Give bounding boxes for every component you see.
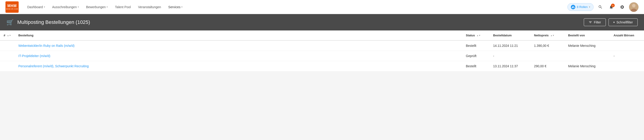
settings-button[interactable]	[618, 3, 626, 11]
nav-item-ausschreibungen[interactable]: Ausschreibungen ▾	[49, 4, 82, 11]
cell-bestellt-von	[564, 51, 610, 61]
cell-status: Bestellt	[462, 61, 490, 71]
cell-bestelldatum: -	[490, 51, 530, 61]
logo-sub: MHM-HR.COM	[6, 8, 18, 10]
order-link[interactable]: IT-Projektleiter (m/w/d)	[18, 54, 50, 58]
nav-item-dashboard[interactable]: Dashboard ▾	[24, 4, 48, 11]
nav-label-services: Services	[168, 5, 181, 9]
header-actions: Filter ▾ Schnellfilter	[584, 18, 638, 26]
table-container: # ▲▼ Bestellung Status ▲▼ Bestelldatum N	[0, 30, 644, 71]
sort-icon: ▲▼	[7, 34, 11, 36]
chevron-down-icon: ▾	[613, 21, 615, 24]
cell-bestelldatum: 14.11.2024 11:21	[490, 40, 530, 51]
avatar[interactable]	[629, 2, 638, 12]
schnellfilter-button[interactable]: ▾ Schnellfilter	[608, 18, 638, 26]
table-header-row: # ▲▼ Bestellung Status ▲▼ Bestelldatum N	[0, 30, 644, 40]
cell-status: Bestellt	[462, 40, 490, 51]
logo[interactable]: MHM MHM-HR.COM	[6, 1, 19, 13]
col-header-bestellung: Bestellung	[15, 30, 462, 40]
chevron-down-icon: ▾	[44, 6, 45, 8]
page-title: Multiposting Bestellungen (1025)	[17, 19, 580, 25]
table-row: IT-Projektleiter (m/w/d) Geprüft - -	[0, 51, 644, 61]
table-wrapper: # ▲▼ Bestellung Status ▲▼ Bestelldatum N	[0, 30, 644, 71]
cell-anzahl-boersen: -	[610, 51, 644, 61]
svg-point-3	[632, 4, 635, 7]
cell-nettopreis: 1.390,00 €	[530, 40, 564, 51]
orders-table: # ▲▼ Bestellung Status ▲▼ Bestelldatum N	[0, 30, 644, 71]
chevron-down-icon: ▾	[181, 6, 182, 8]
col-header-bestelldatum: Bestelldatum	[490, 30, 530, 40]
roles-label: 8 Rollen	[577, 5, 588, 9]
cell-anzahl-boersen	[610, 40, 644, 51]
cell-bestelldatum: 13.11.2024 11:37	[490, 61, 530, 71]
nav-links: Dashboard ▾ Ausschreibungen ▾ Bewerbunge…	[24, 4, 568, 11]
notifications-button[interactable]: 1	[607, 3, 615, 11]
col-header-anzahl-boersen: Anzahl Börsen	[610, 30, 644, 40]
order-link[interactable]: Webentwickler/in Ruby on Rails (m/w/d)	[18, 44, 74, 48]
col-header-status[interactable]: Status ▲▼	[462, 30, 490, 40]
roles-icon	[571, 5, 575, 9]
cart-icon: 🛒	[6, 19, 14, 26]
cell-bestellung: IT-Projektleiter (m/w/d)	[15, 51, 462, 61]
cell-bestellt-von: Melanie Mensching	[564, 40, 610, 51]
nav-item-services[interactable]: Services ▾	[165, 4, 186, 11]
roles-button[interactable]: 8 Rollen ▾	[568, 3, 594, 11]
cell-nettopreis	[530, 51, 564, 61]
col-header-hash[interactable]: # ▲▼	[0, 30, 15, 40]
col-header-bestellt-von: Bestellt von	[564, 30, 610, 40]
sort-icon: ▲▼	[476, 34, 480, 36]
cell-nettopreis: 290,00 €	[530, 61, 564, 71]
nav-label-bewerbungen: Bewerbungen	[86, 5, 106, 9]
col-header-nettopreis[interactable]: Nettopreis ▲▼	[530, 30, 564, 40]
filter-label: Filter	[594, 20, 601, 24]
order-link[interactable]: Personalreferent (m/w/d), Schwerpunkt Re…	[18, 64, 89, 68]
schnellfilter-label: Schnellfilter	[616, 20, 633, 24]
table-row: Personalreferent (m/w/d), Schwerpunkt Re…	[0, 61, 644, 71]
cell-bestellung: Personalreferent (m/w/d), Schwerpunkt Re…	[15, 61, 462, 71]
page-header: 🛒 Multiposting Bestellungen (1025) Filte…	[0, 14, 644, 30]
table-row: Webentwickler/in Ruby on Rails (m/w/d) B…	[0, 40, 644, 51]
nav-item-talentpool[interactable]: Talent Pool	[112, 4, 134, 11]
filter-button[interactable]: Filter	[584, 18, 606, 26]
chevron-down-icon: ▾	[589, 6, 590, 8]
nav-item-bewerbungen[interactable]: Bewerbungen ▾	[83, 4, 111, 11]
nav-label-ausschreibungen: Ausschreibungen	[52, 5, 77, 9]
logo-text: MHM	[7, 4, 16, 8]
notification-badge: 1	[611, 4, 615, 7]
cell-status: Geprüft	[462, 51, 490, 61]
search-button[interactable]	[596, 3, 604, 11]
chevron-down-icon: ▾	[106, 6, 108, 8]
cell-hash	[0, 51, 15, 61]
nav-label-dashboard: Dashboard	[27, 5, 43, 9]
nav-label-talentpool: Talent Pool	[115, 5, 131, 9]
nav-actions: 8 Rollen ▾ 1	[568, 2, 638, 12]
nav-label-veranstaltungen: Veranstaltungen	[138, 5, 161, 9]
navbar: MHM MHM-HR.COM Dashboard ▾ Ausschreibung…	[0, 0, 644, 14]
cell-anzahl-boersen	[610, 61, 644, 71]
cell-hash	[0, 61, 15, 71]
sort-icon: ▲▼	[550, 34, 554, 36]
nav-item-veranstaltungen[interactable]: Veranstaltungen	[135, 4, 164, 11]
chevron-down-icon: ▾	[78, 6, 79, 8]
cell-hash	[0, 40, 15, 51]
cell-bestellt-von: Melanie Mensching	[564, 61, 610, 71]
cell-bestellung: Webentwickler/in Ruby on Rails (m/w/d)	[15, 40, 462, 51]
